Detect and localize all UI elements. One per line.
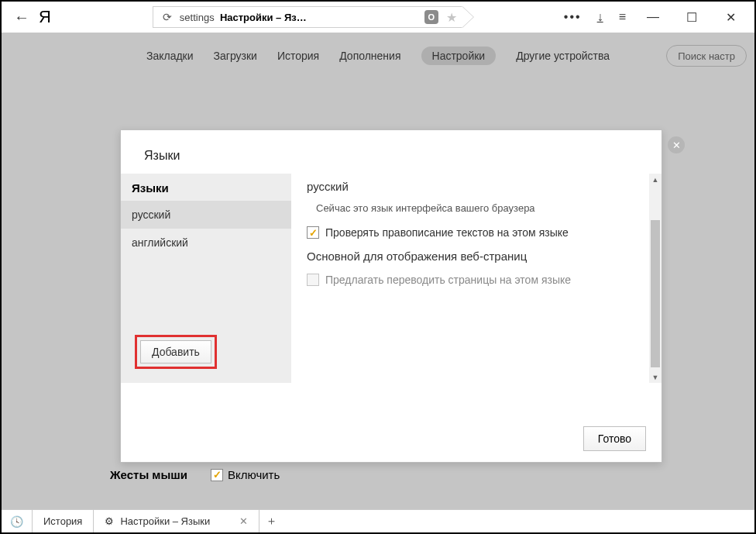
back-button[interactable]: ← [14, 9, 29, 26]
yandex-logo-icon[interactable]: Я [39, 7, 51, 27]
nav-settings[interactable]: Настройки [421, 47, 497, 65]
dialog-title: Языки [121, 130, 662, 174]
scroll-up-icon[interactable]: ▲ [649, 174, 662, 185]
tab-label: История [43, 515, 82, 527]
translate-label: Предлагать переводить страницы на этом я… [325, 274, 571, 286]
nav-addons[interactable]: Дополнения [339, 50, 400, 62]
checkbox-icon [307, 226, 319, 239]
tab-close-icon[interactable]: ✕ [239, 515, 248, 527]
nav-history[interactable]: История [277, 50, 319, 62]
address-text: settings Настройки – Яз… [180, 12, 417, 23]
mouse-gestures-setting: Жесты мыши Включить [110, 468, 280, 481]
language-item-english[interactable]: английский [121, 229, 291, 257]
status-clock-icon[interactable]: 🕓 [2, 510, 33, 532]
downloads-icon[interactable]: ↓ [597, 10, 603, 24]
translate-checkbox: Предлагать переводить страницы на этом я… [307, 274, 646, 286]
new-tab-button[interactable]: ＋ [259, 510, 283, 532]
detail-scrollbar[interactable]: ▲ ▼ [649, 174, 662, 383]
address-bar[interactable]: ⟳ settings Настройки – Яз… O ★ [153, 6, 462, 28]
tab-history[interactable]: История [33, 510, 94, 532]
nav-downloads[interactable]: Загрузки [214, 50, 257, 62]
add-language-button[interactable]: Добавить [140, 340, 211, 363]
nav-bookmarks[interactable]: Закладки [146, 50, 194, 62]
menu-icon[interactable]: ••• [564, 10, 582, 24]
tab-strip: 🕓 История ⚙ Настройки – Языки ✕ ＋ [2, 509, 754, 532]
scroll-down-icon[interactable]: ▼ [649, 371, 662, 383]
title-bar: ← Я ⟳ settings Настройки – Яз… O ★ ••• ↓… [2, 2, 754, 33]
language-item-russian[interactable]: русский [121, 201, 291, 229]
mouse-gestures-label: Жесты мыши [110, 468, 187, 481]
tab-label: Настройки – Языки [120, 515, 210, 527]
hamburger-icon[interactable]: ≡ [619, 10, 626, 24]
language-list-panel: Языки русский английский Добавить [121, 174, 291, 383]
done-button[interactable]: Готово [583, 426, 646, 451]
add-language-highlight: Добавить [135, 335, 217, 369]
language-list-heading: Языки [121, 174, 291, 201]
nav-devices[interactable]: Другие устройства [516, 50, 610, 62]
language-detail-panel: русский Сейчас это язык интерфейса вашег… [291, 174, 662, 383]
settings-search-input[interactable]: Поиск настр [666, 45, 747, 67]
spellcheck-label: Проверять правописание текстов на этом я… [325, 226, 569, 239]
bookmark-star-icon[interactable]: ★ [446, 10, 457, 25]
tab-settings-languages[interactable]: ⚙ Настройки – Языки ✕ [94, 510, 259, 532]
window-minimize-icon[interactable]: — [641, 10, 665, 24]
selected-language-name: русский [307, 180, 646, 193]
interface-language-note: Сейчас это язык интерфейса вашего браузе… [307, 202, 646, 214]
reload-icon[interactable]: ⟳ [163, 11, 172, 23]
display-language-heading: Основной для отображения веб-страниц [307, 250, 646, 263]
settings-nav: Закладки Загрузки История Дополнения Нас… [2, 33, 754, 79]
mouse-gestures-enable-checkbox[interactable]: Включить [211, 468, 280, 481]
languages-dialog: ✕ Языки Языки русский английский Добавит… [120, 129, 662, 463]
checkbox-icon [211, 469, 223, 481]
dialog-close-icon[interactable]: ✕ [668, 136, 685, 153]
window-maximize-icon[interactable]: ☐ [680, 10, 703, 25]
window-close-icon[interactable]: ✕ [719, 10, 742, 25]
mouse-gestures-enable-label: Включить [228, 468, 280, 481]
spellcheck-checkbox[interactable]: Проверять правописание текстов на этом я… [307, 226, 646, 239]
scrollbar-thumb[interactable] [651, 220, 660, 367]
settings-page: Закладки Загрузки История Дополнения Нас… [2, 33, 754, 509]
protect-icon[interactable]: O [424, 10, 438, 24]
gear-icon: ⚙ [105, 515, 114, 527]
checkbox-icon [307, 274, 319, 286]
